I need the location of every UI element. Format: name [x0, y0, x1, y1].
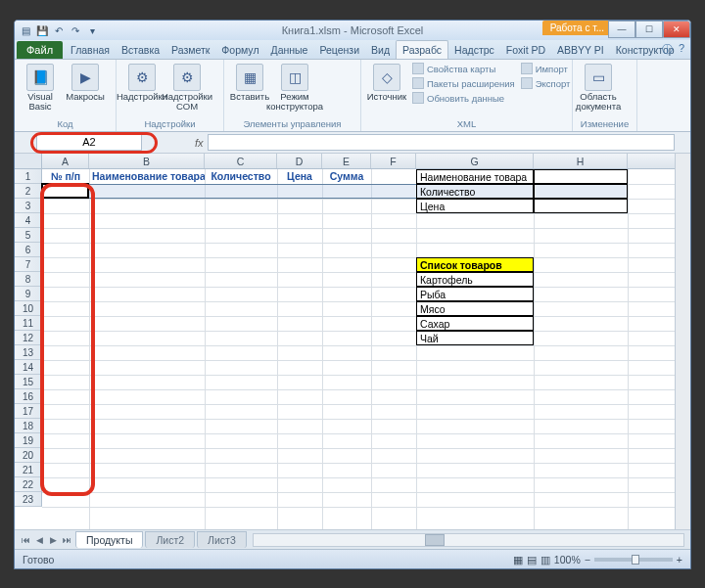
file-tab[interactable]: Файл — [17, 41, 63, 59]
tab-home[interactable]: Главная — [65, 41, 116, 59]
macros-button[interactable]: ▶Макросы — [64, 62, 107, 104]
row-4[interactable]: 4 — [15, 213, 42, 228]
col-A[interactable]: A — [42, 154, 89, 168]
cell-B1[interactable]: Наименование товара — [89, 169, 205, 184]
row-10[interactable]: 10 — [15, 301, 42, 316]
name-box[interactable]: A2 — [36, 134, 142, 151]
row-21[interactable]: 21 — [15, 463, 42, 477]
tab-foxit[interactable]: Foxit PD — [500, 41, 551, 59]
map-properties-item[interactable]: Свойства карты — [410, 62, 517, 75]
tab-view[interactable]: Вид — [365, 41, 396, 59]
tab-abbyy[interactable]: ABBYY PI — [551, 41, 610, 59]
zoom-slider[interactable] — [594, 558, 673, 562]
cell-H1[interactable] — [534, 169, 628, 184]
maximize-button[interactable]: ☐ — [635, 21, 663, 38]
col-C[interactable]: C — [205, 154, 277, 168]
tab-layout[interactable]: Разметк — [165, 41, 215, 59]
cell-G1[interactable]: Наименование товара — [416, 169, 534, 184]
cell-G12[interactable]: Чай — [416, 331, 534, 345]
row-13[interactable]: 13 — [15, 345, 42, 360]
cell-G10[interactable]: Мясо — [416, 301, 534, 316]
sheet-tab-3[interactable]: Лист3 — [197, 531, 247, 548]
row-2[interactable]: 2 — [15, 184, 42, 199]
cell-D1[interactable]: Цена — [277, 169, 322, 184]
zoom-out-icon[interactable]: − — [585, 554, 590, 565]
import-item[interactable]: Импорт — [519, 62, 573, 75]
col-D[interactable]: D — [277, 154, 322, 168]
cell-G11[interactable]: Сахар — [416, 316, 534, 331]
row-18[interactable]: 18 — [15, 419, 42, 433]
row-20[interactable]: 20 — [15, 448, 42, 463]
cell-G2[interactable]: Количество — [416, 184, 534, 199]
col-B[interactable]: B — [89, 154, 205, 168]
col-H[interactable]: H — [534, 154, 628, 168]
com-addins-button[interactable]: ⚙Надстройки COM — [165, 62, 209, 113]
col-G[interactable]: G — [416, 154, 534, 168]
active-cell-A2[interactable] — [41, 183, 89, 199]
ribbon-minimize-icon[interactable]: ⓘ — [662, 42, 673, 57]
help-icon[interactable]: ? — [679, 42, 684, 57]
row-12[interactable]: 12 — [15, 331, 42, 345]
view-layout-icon[interactable]: ▤ — [527, 554, 537, 565]
undo-icon[interactable]: ↶ — [52, 23, 66, 37]
row-22[interactable]: 22 — [15, 477, 42, 492]
zoom-in-icon[interactable]: + — [677, 554, 682, 565]
fx-label[interactable]: fx — [195, 137, 204, 149]
close-button[interactable]: ✕ — [663, 21, 690, 38]
select-all-corner[interactable] — [15, 154, 42, 169]
refresh-data-item[interactable]: Обновить данные — [410, 91, 517, 105]
row-14[interactable]: 14 — [15, 360, 42, 375]
row-1[interactable]: 1 — [15, 169, 42, 184]
row-17[interactable]: 17 — [15, 404, 42, 419]
source-button[interactable]: ◇Источник — [365, 62, 408, 104]
minimize-button[interactable]: — — [608, 21, 635, 38]
cell-H3[interactable] — [534, 199, 628, 213]
spreadsheet-grid[interactable]: A B C D E F G H 123456789101112131415161… — [15, 154, 690, 529]
visual-basic-button[interactable]: 📘Visual Basic — [19, 62, 62, 113]
formula-bar[interactable] — [208, 134, 675, 151]
view-normal-icon[interactable]: ▦ — [513, 554, 523, 565]
cell-A1[interactable]: № п/п — [42, 169, 89, 184]
cell-G7-list-header[interactable]: Список товаров — [416, 257, 534, 272]
tab-addins[interactable]: Надстрс — [448, 41, 500, 59]
row-11[interactable]: 11 — [15, 316, 42, 331]
cell-G3[interactable]: Цена — [416, 199, 534, 213]
tab-review[interactable]: Рецензи — [313, 41, 365, 59]
insert-control-button[interactable]: ▦Вставить — [228, 62, 271, 104]
cell-C1[interactable]: Количество — [205, 169, 277, 184]
row-19[interactable]: 19 — [15, 433, 42, 448]
tab-insert[interactable]: Вставка — [116, 41, 165, 59]
save-icon[interactable]: 💾 — [35, 23, 49, 37]
row-7[interactable]: 7 — [15, 257, 42, 272]
zoom-level[interactable]: 100% — [554, 554, 581, 565]
row-8[interactable]: 8 — [15, 272, 42, 287]
row-23[interactable]: 23 — [15, 492, 42, 507]
horizontal-scrollbar[interactable] — [253, 533, 684, 547]
redo-icon[interactable]: ↷ — [69, 23, 82, 37]
sheet-nav[interactable]: ⏮◀▶⏭ — [19, 535, 73, 545]
sheet-tab-active[interactable]: Продукты — [75, 531, 143, 548]
col-F[interactable]: F — [371, 154, 416, 168]
qat-more-icon[interactable]: ▾ — [85, 23, 99, 37]
row-9[interactable]: 9 — [15, 287, 42, 301]
design-mode-button[interactable]: ◫Режим конструктора — [273, 62, 316, 113]
sheet-tab-2[interactable]: Лист2 — [145, 531, 195, 548]
row-16[interactable]: 16 — [15, 389, 42, 404]
view-pagebreak-icon[interactable]: ▥ — [540, 554, 550, 565]
row-6[interactable]: 6 — [15, 243, 42, 257]
tab-developer[interactable]: Разрабс — [396, 40, 448, 59]
row-15[interactable]: 15 — [15, 375, 42, 389]
tab-data[interactable]: Данные — [265, 41, 314, 59]
cell-H2[interactable] — [534, 184, 628, 199]
expansion-packs-item[interactable]: Пакеты расширения — [410, 76, 517, 90]
vertical-scrollbar[interactable] — [675, 154, 690, 529]
cells-area[interactable]: № п/п Наименование товара Количество Цен… — [42, 169, 675, 529]
addins-button[interactable]: ⚙Надстройки — [120, 62, 164, 104]
document-panel-button[interactable]: ▭Область документа — [577, 62, 620, 113]
row-5[interactable]: 5 — [15, 228, 42, 243]
tab-formulas[interactable]: Формул — [215, 41, 264, 59]
col-E[interactable]: E — [322, 154, 371, 168]
row-3[interactable]: 3 — [15, 199, 42, 213]
cell-G8[interactable]: Картофель — [416, 272, 534, 287]
cell-G9[interactable]: Рыба — [416, 287, 534, 301]
